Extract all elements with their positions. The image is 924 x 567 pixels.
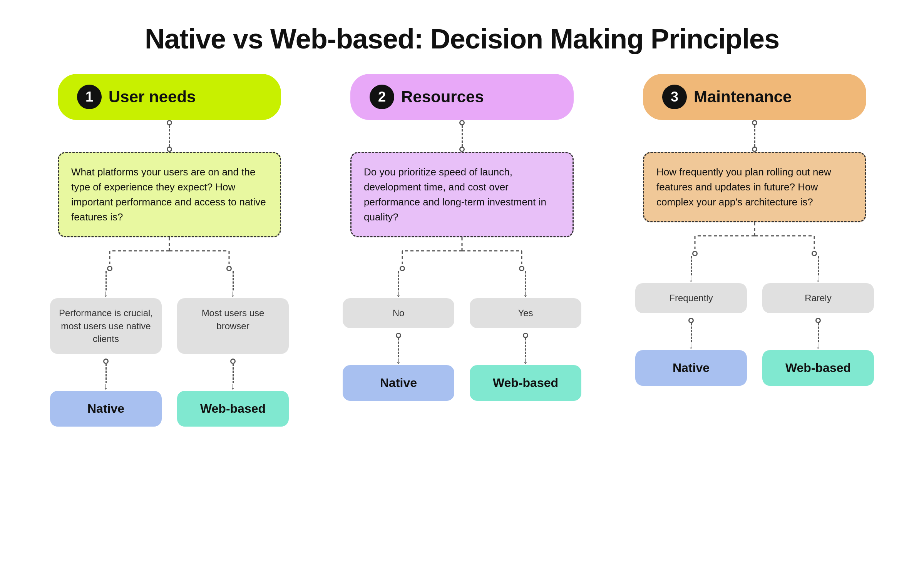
arrow-below-1-1: ↓ [523,356,528,365]
result-box-0-1: Web-based [177,391,289,427]
branch-arms-2: ↓↓ [635,256,874,283]
answer-box-0-0: Performance is crucial, most users use n… [50,298,162,354]
arrow-below-1-0: ↓ [396,356,401,365]
dashed-line-below-2-0 [691,323,692,342]
split-1-svg [343,237,581,264]
dot-branch-2-0 [692,251,698,256]
dashed-line-below-1-0 [398,338,399,357]
results-row-2: NativeWeb-based [635,350,874,386]
results-row-0: NativeWeb-based [50,391,289,427]
two-dots-row-0 [50,266,289,271]
arm-2-1: ↓ [762,256,874,283]
sc-top-2-dot-bot [752,147,757,152]
column-maintenance: 3 Maintenance How frequently you plan ro… [616,74,893,427]
answer-box-2-1: Rarely [762,283,874,313]
arrow-0-1: ↓ [231,289,235,298]
dot-below-2-0 [688,318,694,323]
arrow-0-0: ↓ [104,289,108,298]
sc-top-0-dot-top [167,120,172,125]
dashed-line-1-0 [398,271,399,290]
question-box-maintenance: How frequently you plan rolling out new … [643,152,866,222]
sc-top-1-line [462,125,463,147]
sc-top-1 [459,120,465,152]
diagram-area: 1 User needs What platforms your users a… [0,74,924,427]
result-box-0-0: Native [50,391,162,427]
split-1 [343,237,581,266]
sc-top-0-line [169,125,170,147]
sc-top-1-dot-bot [459,147,465,152]
header-label-maintenance: Maintenance [694,88,792,106]
answers-row-2: FrequentlyRarely [635,283,874,313]
arrow-2-0: ↓ [689,274,693,283]
arm-0-0: ↓ [50,271,162,298]
dot-branch-2-1 [812,251,817,256]
result-box-1-1: Web-based [470,365,581,401]
dots-below-2: ↓↓ [635,318,874,350]
arm-1-0: ↓ [343,271,454,298]
arrow-2-1: ↓ [816,274,820,283]
dashed-line-below-1-1 [525,338,526,357]
step-badge-user-needs: 1 [77,85,102,109]
split-0 [50,237,289,266]
step-badge-resources: 2 [370,85,394,109]
answer-box-1-0: No [343,298,454,328]
arm-2-0: ↓ [635,256,747,283]
dashed-line-1-1 [525,271,526,290]
dot-branch-1-1 [519,266,524,271]
question-box-user-needs: What platforms your users are on and the… [58,152,281,237]
column-user-needs: 1 User needs What platforms your users a… [31,74,308,427]
answers-row-1: NoYes [343,298,581,328]
answers-row-0: Performance is crucial, most users use n… [50,298,289,354]
branch-arms-0: ↓↓ [50,271,289,298]
sc-top-2-dot-top [752,120,757,125]
dots-below-1: ↓↓ [343,333,581,365]
arrow-below-0-0: ↓ [104,382,108,391]
arm-1-1: ↓ [470,271,581,298]
result-box-1-0: Native [343,365,454,401]
question-box-resources: Do you prioritize speed of launch, devel… [350,152,574,237]
sc-top-2 [752,120,757,152]
answer-box-1-1: Yes [470,298,581,328]
dashed-line-2-1 [818,256,819,275]
two-dots-row-1 [343,266,581,271]
arrow-1-0: ↓ [396,289,401,298]
dashed-line-0-1 [233,271,234,290]
dot-branch-0-1 [226,266,232,271]
dashed-line-below-2-1 [818,323,819,342]
page-title: Native vs Web-based: Decision Making Pri… [0,0,924,74]
results-row-1: NativeWeb-based [343,365,581,401]
header-box-user-needs: 1 User needs [58,74,281,120]
dashed-line-0-0 [105,271,107,290]
arrow-below-0-1: ↓ [231,382,235,391]
result-box-2-1: Web-based [762,350,874,386]
result-box-2-0: Native [635,350,747,386]
dot-branch-0-0 [107,266,112,271]
dot-below-2-1 [815,318,821,323]
sc-top-0 [167,120,172,152]
dot-branch-1-0 [400,266,405,271]
branch-arms-1: ↓↓ [343,271,581,298]
dot-below-1-0 [396,333,401,338]
sc-top-0-dot-bot [167,147,172,152]
dot-below-0-1 [230,359,236,364]
dot-below-1-1 [523,333,528,338]
column-resources: 2 Resources Do you prioritize speed of l… [323,74,601,427]
dashed-line-below-0-1 [233,364,234,383]
dashed-line-2-0 [691,256,692,275]
header-label-user-needs: User needs [109,88,196,106]
dots-below-0: ↓↓ [50,359,289,391]
split-0-svg [50,237,289,264]
answer-box-0-1: Most users use browser [177,298,289,354]
dashed-line-below-0-0 [105,364,107,383]
dot-below-0-0 [103,359,109,364]
arrow-below-2-1: ↓ [816,341,820,350]
header-box-resources: 2 Resources [350,74,574,120]
sc-top-1-dot-top [459,120,465,125]
arrow-1-1: ↓ [523,289,528,298]
sc-top-2-line [754,125,755,147]
header-label-resources: Resources [401,88,484,106]
answer-box-2-0: Frequently [635,283,747,313]
step-badge-maintenance: 3 [662,85,687,109]
arm-0-1: ↓ [177,271,289,298]
split-2 [635,222,874,251]
